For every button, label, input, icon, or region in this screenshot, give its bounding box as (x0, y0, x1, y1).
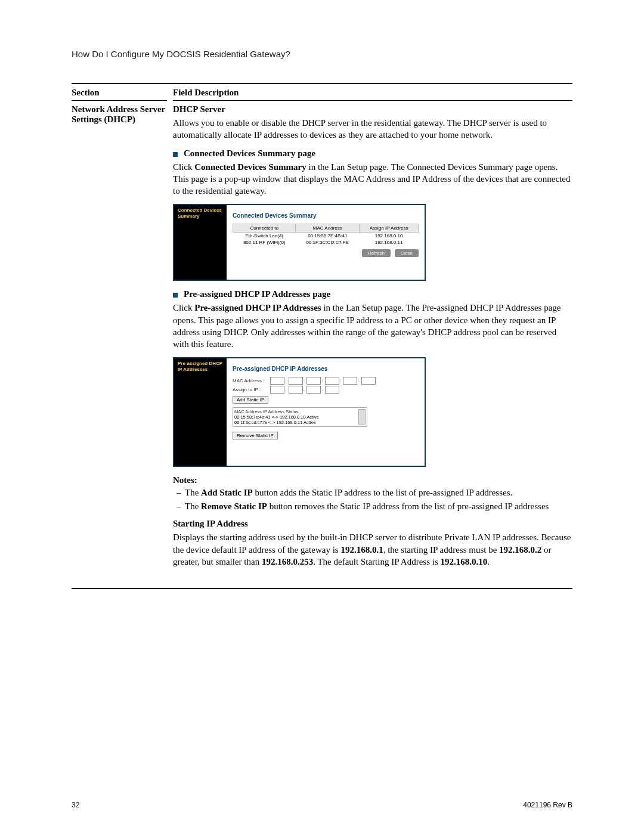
mac-address-row: MAC Address : : : : : : (233, 377, 419, 385)
col-header-field: Field Description (173, 88, 572, 101)
section-name: Network Address Server Settings (DHCP) (72, 104, 167, 125)
table-row: 802.11 RF (WiFi)(0) 00:1F:3C:CD:C7:FE 19… (233, 239, 419, 246)
mac-input[interactable] (306, 377, 321, 385)
dhcp-server-desc: Allows you to enable or disable the DHCP… (173, 117, 572, 141)
preassigned-screenshot: Pre-assigned DHCP IP Addresses Pre-assig… (173, 357, 426, 467)
remove-static-ip-button[interactable]: Remove Static IP (233, 432, 278, 439)
page-number: 32 (72, 801, 79, 809)
ip-input[interactable] (270, 386, 284, 394)
screenshot-sidebar: Connected Devices Summary (174, 205, 227, 280)
connected-devices-desc: Click Connected Devices Summary in the L… (173, 161, 572, 197)
preassigned-bullet: Pre-assigned DHCP IP Addresses page (184, 289, 330, 299)
starting-ip-title: Starting IP Address (173, 519, 572, 529)
mac-input[interactable] (270, 377, 284, 385)
connected-devices-screenshot: Connected Devices Summary Connected Devi… (173, 204, 426, 281)
list-item: 00:15:58:7e:4b:41 <-> 192.168.0.10 Activ… (234, 414, 366, 420)
screenshot-title: Connected Devices Summary (233, 212, 419, 219)
ip-input[interactable] (306, 386, 321, 394)
bullet-icon (173, 152, 178, 157)
screenshot-sidebar: Pre-assigned DHCP IP Addresses (174, 358, 227, 466)
table-row: Eth-Switch Lan(4) 00:15:58:7E:4B:41 192.… (233, 233, 419, 240)
assignment-list: MAC Address IP Address Status 00:15:58:7… (233, 407, 367, 427)
mac-input[interactable] (343, 377, 357, 385)
connected-devices-bullet: Connected Devices Summary page (184, 148, 315, 159)
notes-list: – The Add Static IP button adds the Stat… (173, 488, 572, 512)
page-header: How Do I Configure My DOCSIS Residential… (72, 49, 572, 59)
close-button[interactable]: Close (395, 249, 419, 257)
starting-ip-desc: Displays the starting address used by th… (173, 531, 572, 568)
ip-input[interactable] (289, 386, 303, 394)
mac-input[interactable] (325, 377, 339, 385)
notes-label: Notes: (173, 475, 572, 485)
field-description-table: Section Network Address Server Settings … (72, 83, 572, 589)
assign-ip-row: Assign to IP : . . . (233, 386, 419, 394)
connected-devices-table: Connected to MAC Address Assign IP Addre… (233, 224, 419, 246)
ip-input[interactable] (325, 386, 339, 394)
dhcp-server-title: DHCP Server (173, 104, 572, 114)
col-header-section: Section (72, 88, 167, 101)
scrollbar[interactable] (358, 409, 366, 425)
bullet-icon (173, 293, 178, 298)
screenshot-title: Pre-assigned DHCP IP Addresses (233, 366, 419, 372)
doc-id: 4021196 Rev B (523, 801, 572, 809)
preassigned-desc: Click Pre-assigned DHCP IP Addresses in … (173, 302, 572, 350)
refresh-button[interactable]: Refresh (362, 249, 391, 257)
add-static-ip-button[interactable]: Add Static IP (233, 396, 268, 404)
list-item: 00:1f:3c:cd:c7:fe <-> 192.168.0.11 Activ… (234, 420, 366, 425)
mac-input[interactable] (289, 377, 303, 385)
mac-input[interactable] (361, 377, 376, 385)
